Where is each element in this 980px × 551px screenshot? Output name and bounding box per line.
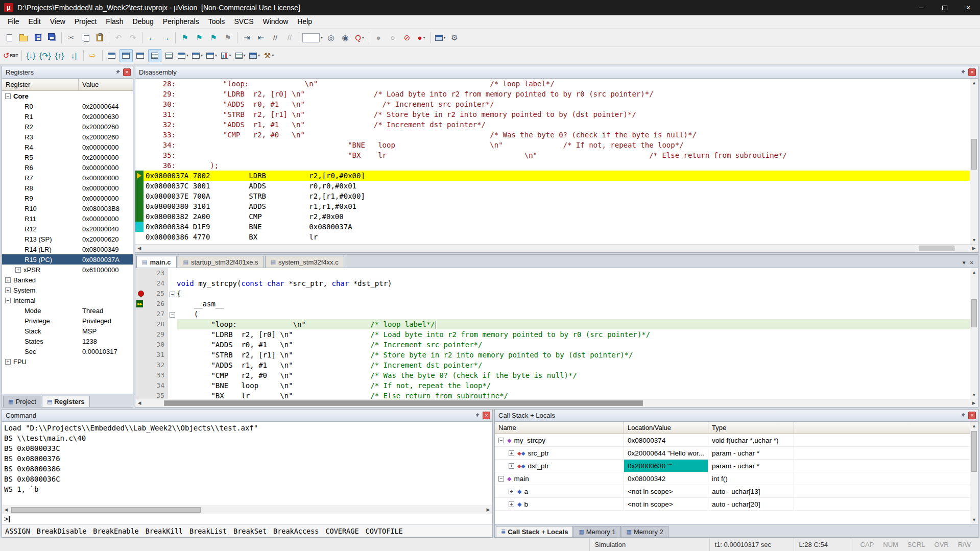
toolbox-button[interactable]: ⚒▾ xyxy=(262,49,276,62)
incremental-find-button[interactable]: Q▾ xyxy=(353,31,366,44)
register-row-banked[interactable]: +Banked xyxy=(2,275,133,285)
symbol-window-button[interactable] xyxy=(134,49,147,62)
breakpoint-icon[interactable] xyxy=(138,291,144,297)
find-button[interactable]: ◉ xyxy=(339,31,352,44)
view-tab-call-stack-locals[interactable]: ≣Call Stack + Locals xyxy=(496,526,573,537)
step-into-button[interactable]: {↓} xyxy=(25,49,38,62)
register-row-system[interactable]: +System xyxy=(2,285,133,295)
scrollbar-thumb[interactable] xyxy=(971,299,977,327)
register-row-r0[interactable]: R00x20000644 xyxy=(2,101,133,111)
register-row-r11[interactable]: R110x00000000 xyxy=(2,213,133,224)
callstack-vertical-scrollbar[interactable]: ▲ ▼ xyxy=(970,422,978,524)
scrollbar-track[interactable] xyxy=(144,245,970,252)
fold-toggle-icon[interactable]: − xyxy=(170,292,175,297)
scroll-left-button[interactable]: ◀ xyxy=(2,506,10,514)
close-panel-icon[interactable]: × xyxy=(123,68,131,76)
scrollbar-thumb[interactable] xyxy=(164,400,643,406)
editor-tab-system-stm32f4xx-c[interactable]: ▤system_stm32f4xx.c xyxy=(265,256,344,268)
register-row-r5[interactable]: R50x20000000 xyxy=(2,152,133,162)
bookmark-clear-all-button[interactable]: ⚑ xyxy=(221,31,234,44)
disable-all-breakpoints-button[interactable]: ⊘ xyxy=(400,31,414,44)
indent-right-button[interactable]: ⇥ xyxy=(240,31,253,44)
close-file-icon[interactable]: ✕ xyxy=(970,260,974,266)
configure-target-options-button[interactable]: ⚙ xyxy=(448,31,461,44)
register-row-core[interactable]: −Core xyxy=(2,91,133,101)
close-button[interactable]: × xyxy=(957,0,980,15)
register-row-r6[interactable]: R60x00000000 xyxy=(2,162,133,173)
disassembly-horizontal-scrollbar[interactable]: ◀ ▶ xyxy=(135,244,978,252)
scrollbar-track[interactable] xyxy=(970,430,978,516)
menu-file[interactable]: File xyxy=(3,15,24,28)
scrollbar-track[interactable] xyxy=(10,506,484,514)
comment-selection-button[interactable]: // xyxy=(269,31,282,44)
disassembly-window-button[interactable] xyxy=(119,49,133,62)
scroll-left-button[interactable]: ◀ xyxy=(135,245,144,252)
tree-expander-icon[interactable]: − xyxy=(498,438,504,443)
callstack-row-b[interactable]: +◆b<not in scope>auto - uchar[20] xyxy=(495,498,970,511)
location-value-column-label[interactable]: Location/Value xyxy=(624,422,708,434)
step-over-button[interactable]: {↷} xyxy=(39,49,52,62)
tree-expander-icon[interactable]: − xyxy=(5,298,11,303)
command-button-coverage[interactable]: COVERAGE xyxy=(325,527,358,535)
view-tab-memory-1[interactable]: ▦Memory 1 xyxy=(573,526,620,537)
menu-help[interactable]: Help xyxy=(293,15,317,28)
command-button-covtofile[interactable]: COVTOFILE xyxy=(366,527,403,535)
register-row-r9[interactable]: R90x00000000 xyxy=(2,193,133,203)
register-row-r4[interactable]: R40x00000000 xyxy=(2,142,133,152)
watch-windows-button[interactable]: ▾ xyxy=(177,49,190,62)
tab-list-dropdown-icon[interactable]: ▼ xyxy=(962,260,967,266)
minimize-button[interactable] xyxy=(910,0,933,15)
paste-button[interactable] xyxy=(93,31,106,44)
editor-tab-startup-stm32f401xe-s[interactable]: ▤startup_stm32f401xe.s xyxy=(178,256,264,268)
disassembly-view[interactable]: 28: "loop: \n" /* loop label*/ 29: "LDRB… xyxy=(135,79,978,244)
bookmark-next-button[interactable]: ⚑ xyxy=(207,31,220,44)
find-in-files-button[interactable]: ◎ xyxy=(324,31,338,44)
scrollbar-thumb[interactable] xyxy=(11,507,201,513)
view-tab-project[interactable]: ▦Project xyxy=(3,396,41,407)
call-stack-window-button[interactable] xyxy=(162,49,176,62)
view-tab-memory-2[interactable]: ▦Memory 2 xyxy=(622,526,668,537)
system-viewer-windows-button[interactable]: ▾ xyxy=(248,49,261,62)
command-button-breakenable[interactable]: BreakEnable xyxy=(93,527,138,535)
close-panel-icon[interactable]: × xyxy=(968,412,976,419)
copy-button[interactable] xyxy=(79,31,92,44)
command-button-assign[interactable]: ASSIGN xyxy=(5,527,30,535)
maximize-button[interactable] xyxy=(933,0,957,15)
tree-expander-icon[interactable]: + xyxy=(5,277,11,283)
scrollbar-track[interactable] xyxy=(970,87,978,236)
scroll-up-button[interactable]: ▲ xyxy=(970,422,978,430)
tree-expander-icon[interactable]: + xyxy=(509,450,514,456)
disassembly-vertical-scrollbar[interactable]: ▲ ▼ xyxy=(970,79,978,244)
tree-expander-icon[interactable]: + xyxy=(5,288,11,293)
command-button-breakset[interactable]: BreakSet xyxy=(233,527,267,535)
scroll-down-button[interactable]: ▼ xyxy=(970,236,978,244)
save-all-button[interactable] xyxy=(45,31,59,44)
register-column-label[interactable]: Register xyxy=(2,79,79,90)
command-input-line[interactable]: > xyxy=(2,514,492,524)
value-column-label[interactable]: Value xyxy=(79,79,99,90)
menu-debug[interactable]: Debug xyxy=(128,15,158,28)
callstack-row-a[interactable]: +◆a<not in scope>auto - uchar[13] xyxy=(495,485,970,498)
callstack-row-my-strcpy[interactable]: −◆my_strcpy0x08000374void f(uchar *,ucha… xyxy=(495,434,970,447)
scroll-down-button[interactable]: ▼ xyxy=(970,516,978,524)
register-row-r8[interactable]: R80x00000000 xyxy=(2,183,133,193)
register-row-mode[interactable]: ModeThread xyxy=(2,305,133,316)
show-next-statement-button[interactable]: ⇨ xyxy=(86,49,100,62)
trace-windows-button[interactable]: ▾ xyxy=(234,49,247,62)
undo-button[interactable]: ↶ xyxy=(112,31,125,44)
view-tab-registers[interactable]: ▤Registers xyxy=(42,396,90,407)
insert-remove-breakpoint-button[interactable]: ● xyxy=(372,31,385,44)
register-row-states[interactable]: States1238 xyxy=(2,336,133,346)
scroll-up-button[interactable]: ▲ xyxy=(970,79,978,87)
menu-svcs[interactable]: SVCS xyxy=(229,15,258,28)
indent-left-button[interactable]: ⇤ xyxy=(254,31,268,44)
editor-view[interactable]: 2324void my_strcpy(const char *src_ptr, … xyxy=(135,268,978,399)
editor-vertical-scrollbar[interactable]: ▲ ▼ xyxy=(970,268,978,399)
menu-view[interactable]: View xyxy=(45,15,70,28)
callstack-row-src-ptr[interactable]: +◆◆src_ptr0x20000644 "Hello wor...param … xyxy=(495,447,970,460)
type-column-label[interactable]: Type xyxy=(708,422,794,434)
scroll-right-button[interactable]: ▶ xyxy=(970,245,978,252)
scroll-up-button[interactable]: ▲ xyxy=(970,268,978,276)
command-button-breakkill[interactable]: BreakKill xyxy=(146,527,183,535)
registers-window-button[interactable] xyxy=(148,49,161,62)
